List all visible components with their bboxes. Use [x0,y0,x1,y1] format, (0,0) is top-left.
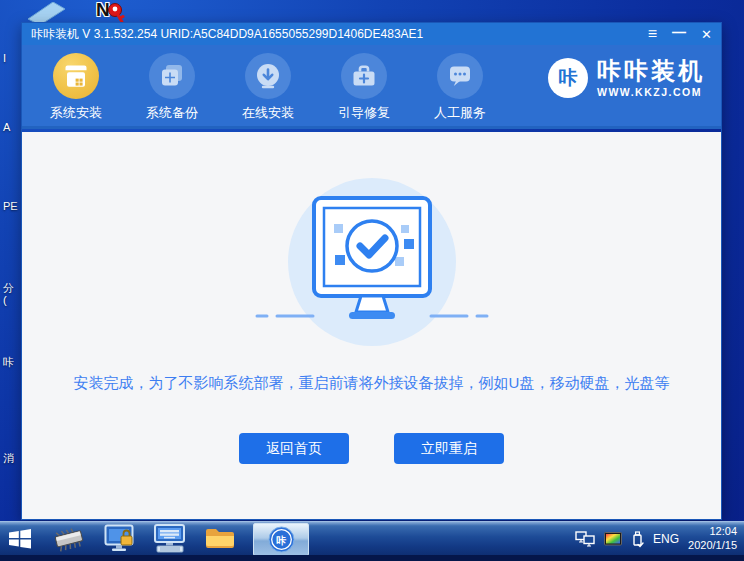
minimize-icon[interactable]: — [672,25,686,39]
nav-label: 系统备份 [146,104,198,122]
taskbar-item-kaka-installer[interactable]: 咔 [253,523,309,556]
nav-label: 人工服务 [434,104,486,122]
chip-icon [51,525,87,553]
nav-label: 在线安装 [242,104,294,122]
window-controls: ≡ — ✕ [648,26,712,42]
desktop: N I A PE 分 ( 咔 消 咔咔装机 V 3.1.532.254 URID… [0,0,744,561]
desktop-icon-n-key[interactable]: N [96,0,126,24]
monitor-lock-icon [104,524,136,554]
nav-label: 引导修复 [338,104,390,122]
taskbar-item-chip-tool[interactable] [51,525,87,553]
desktop-label-fragment[interactable]: ( [3,294,7,306]
taskbar-item-remote-desktop[interactable] [153,524,187,554]
nav-label: 系统安装 [50,104,102,122]
main-content: 安装完成，为了不影响系统部署，重启前请将外接设备拔掉，例如U盘，移动硬盘，光盘等… [22,132,721,519]
kaka-installer-window: 咔咔装机 V 3.1.532.254 URID:A5C84DD9A1655055… [21,22,722,520]
nav-item-online-install[interactable]: 在线安装 [236,53,300,122]
close-icon[interactable]: ✕ [701,28,712,41]
nav-item-system-install[interactable]: 系统安装 [44,53,108,122]
nav-bar: 系统安装 系统备份 [22,45,721,129]
desktop-label-fragment[interactable]: 咔 [3,355,14,370]
clock-date: 2020/1/15 [688,539,737,553]
taskbar-clock[interactable]: 12:04 2020/1/15 [688,525,737,553]
back-home-button[interactable]: 返回首页 [239,433,349,464]
menu-icon[interactable]: ≡ [648,26,657,42]
display-settings-icon[interactable] [604,532,622,547]
desktop-label-fragment[interactable]: 消 [3,451,14,466]
action-buttons: 返回首页 立即重启 [22,433,721,464]
taskbar: 咔 [0,521,744,561]
folder-icon [204,526,236,552]
kaka-app-icon: 咔 [268,526,295,553]
logo-url: WWW.KKZJ.COM [597,86,705,98]
desktop-label-fragment[interactable]: PE [3,200,18,212]
kaka-logo-icon: 咔 [548,58,588,98]
taskbar-item-security-monitor[interactable] [104,524,136,554]
install-complete-illustration [252,176,492,352]
system-tray: ENG 12:04 2020/1/15 [575,522,737,556]
taskbar-item-file-explorer[interactable] [204,526,236,552]
nav-item-system-backup[interactable]: 系统备份 [140,53,204,122]
taskbar-bottom-strip [0,555,744,561]
toolbox-icon [341,53,387,99]
start-button[interactable] [6,525,34,553]
window-title: 咔咔装机 V 3.1.532.254 URID:A5C84DD9A1655055… [31,26,648,43]
desktop-label-fragment[interactable]: I [3,52,6,64]
restart-now-button[interactable]: 立即重启 [394,433,504,464]
red-key-icon [105,2,129,24]
chat-bubble-icon [437,53,483,99]
windows-logo-icon [6,525,34,553]
nav-item-customer-service[interactable]: 人工服务 [428,53,492,122]
brand-logo: 咔 咔咔装机 WWW.KKZJ.COM [548,58,705,98]
backup-tiles-icon [149,53,195,99]
nav-items: 系统安装 系统备份 [44,53,492,122]
desktop-label-fragment[interactable]: A [3,121,10,133]
usb-eject-icon[interactable] [631,531,644,548]
logo-title: 咔咔装机 [597,59,705,83]
nav-item-boot-repair[interactable]: 引导修复 [332,53,396,122]
titlebar[interactable]: 咔咔装机 V 3.1.532.254 URID:A5C84DD9A1655055… [22,23,721,45]
download-icon [245,53,291,99]
network-icon[interactable] [575,531,595,547]
kaka-glyph: 咔 [276,534,286,545]
clock-time: 12:04 [688,525,737,539]
install-box-icon [53,53,99,99]
status-message: 安装完成，为了不影响系统部署，重启前请将外接设备拔掉，例如U盘，移动硬盘，光盘等 [22,374,721,393]
language-indicator[interactable]: ENG [653,532,679,546]
monitor-keyboard-icon [153,524,187,554]
